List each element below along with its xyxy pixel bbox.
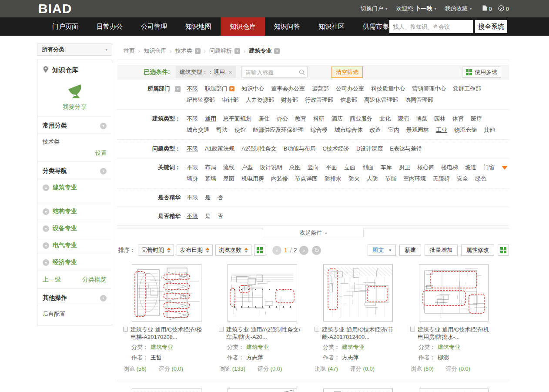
chevron-down-icon[interactable]: ▾ <box>195 48 201 54</box>
other-actions-header[interactable]: 其他操作 ▾ <box>37 288 112 306</box>
nav-tab-6[interactable]: 知识社区 <box>309 17 354 36</box>
chevron-down-icon[interactable]: ▾ <box>175 86 181 92</box>
filter-option[interactable]: 办公 <box>277 114 288 123</box>
all-categories-dropdown[interactable]: 所有分类 ▾ <box>37 44 112 56</box>
filter-option[interactable]: 是 <box>205 212 211 221</box>
filter-option[interactable]: 室内 <box>388 126 399 134</box>
result-thumbnail[interactable] <box>323 389 393 392</box>
filter-option[interactable]: 党群工作部 <box>453 84 481 93</box>
filter-option[interactable]: 文化 <box>379 114 391 123</box>
filter-option[interactable]: 商业服务 <box>350 114 372 123</box>
result-thumbnail[interactable] <box>132 389 201 392</box>
prev-page-button[interactable]: ‹ <box>272 246 281 255</box>
grid-view-button[interactable] <box>254 245 265 256</box>
category-nav-header[interactable]: 分类导航 ▾ <box>37 161 112 179</box>
settings-link[interactable]: 设置 <box>37 147 112 161</box>
breadcrumb-item-3[interactable]: 问题解析 <box>209 47 232 55</box>
filter-option[interactable]: 厨卫 <box>399 163 410 172</box>
filter-option[interactable]: 不限 <box>187 114 198 123</box>
card-title[interactable]: 建筑专业-通用/C技术经济/楼电梯-A20170208... <box>131 326 207 341</box>
filter-option[interactable]: 节能 <box>385 174 396 183</box>
action-button-1[interactable]: 批量增加 <box>425 245 458 256</box>
filter-option[interactable]: 剖面 <box>362 163 374 172</box>
filter-option[interactable]: 综合楼 <box>311 126 328 134</box>
filter-option[interactable]: 竖向 <box>308 163 319 172</box>
sort-option-1[interactable]: 发布日期 <box>177 245 213 256</box>
filter-option[interactable]: 离退休管理部 <box>364 96 398 104</box>
sidebar-item-backend-config[interactable]: 后台配置 <box>37 306 112 323</box>
filter-option[interactable]: 居住 <box>258 114 270 123</box>
filter-option[interactable]: 立面 <box>344 163 355 172</box>
breadcrumb-item-4[interactable]: 建筑专业 <box>249 47 271 55</box>
nav-tab-5[interactable]: 知识问答 <box>265 17 309 36</box>
nav-tab-1[interactable]: 日常办公 <box>87 17 132 36</box>
chevron-down-icon[interactable]: ▾ <box>234 48 240 54</box>
filter-option[interactable]: A2强制性条文 <box>241 144 277 153</box>
filter-option[interactable]: 无障碍 <box>433 174 450 183</box>
filter-option[interactable]: C技术经济 <box>322 144 349 153</box>
card-category[interactable]: 建筑专业 <box>342 344 365 350</box>
nav-tab-3[interactable]: 知识地图 <box>176 17 221 36</box>
filter-option[interactable]: 内装修 <box>271 174 288 183</box>
sort-option-2[interactable]: 浏览次数 <box>215 245 251 256</box>
filter-option[interactable]: 屋面 <box>223 174 234 183</box>
more-options-icon[interactable] <box>502 166 508 170</box>
topmenu-switch-portal[interactable]: 切换门户▾ <box>361 5 388 13</box>
filter-option[interactable]: 安全 <box>457 174 468 183</box>
action-button-2[interactable]: 属性修改 <box>461 245 494 256</box>
filter-option[interactable]: 董事会办公室 <box>271 84 305 93</box>
result-thumbnail[interactable] <box>132 264 201 322</box>
common-categories-header[interactable]: 常用分类 ▾ <box>37 116 112 134</box>
filter-option[interactable]: 教育 <box>295 114 306 123</box>
nav-tab-4[interactable]: 知识仓库 <box>221 17 265 36</box>
refresh-button[interactable]: ↻ <box>312 246 321 255</box>
filter-option[interactable]: 防火 <box>348 174 360 183</box>
nav-tab-2[interactable]: 公司管理 <box>132 17 176 36</box>
nav-tab-0[interactable]: 门户页面 <box>43 17 87 36</box>
card-category[interactable]: 建筑专业 <box>438 344 460 350</box>
filter-option[interactable]: 公司办公室 <box>336 84 364 93</box>
card-title[interactable]: 建筑专业-通用/A2强制性条文/车库/防火-A20... <box>226 326 303 341</box>
filter-option[interactable]: 门窗 <box>483 163 495 172</box>
filter-option[interactable]: 人防 <box>367 174 378 183</box>
filter-option[interactable]: 园林 <box>434 114 445 123</box>
filter-option[interactable]: 财务部 <box>281 96 298 104</box>
filter-option[interactable]: 室内环境 <box>403 174 426 183</box>
topmenu-favorites[interactable]: 我的收藏▾ <box>445 5 472 13</box>
up-level-link[interactable]: 上一级 <box>43 276 61 284</box>
filter-option[interactable]: 物流仓储 <box>454 126 477 134</box>
chevron-down-icon[interactable]: ▾ <box>274 48 280 54</box>
card-checkbox[interactable] <box>219 327 224 332</box>
title-search-input[interactable] <box>241 67 308 78</box>
filter-option[interactable]: 否 <box>218 193 223 202</box>
filter-option[interactable]: 人力资源部 <box>246 96 274 104</box>
filter-option[interactable]: 机电用房 <box>241 174 264 183</box>
filter-option[interactable]: 职能部门 <box>205 84 234 93</box>
filter-option[interactable]: 不限 <box>187 84 198 93</box>
sort-option-0[interactable]: 完善时间 <box>138 245 174 256</box>
filter-option[interactable]: 行政管理部 <box>305 96 333 104</box>
filter-option[interactable]: D设计深度 <box>356 144 383 153</box>
result-thumbnail[interactable] <box>419 264 489 322</box>
edit-counter[interactable]: 0 <box>498 5 509 13</box>
filter-option[interactable]: 司法 <box>216 126 228 134</box>
filter-option[interactable]: 审计部 <box>222 96 239 104</box>
filter-option[interactable]: 布局 <box>205 163 216 172</box>
filter-option[interactable]: 博览 <box>416 114 427 123</box>
filter-option[interactable]: 能源供应及环保处理 <box>253 126 304 134</box>
result-thumbnail[interactable] <box>228 389 297 392</box>
filter-option[interactable]: 使馆 <box>234 126 246 134</box>
card-category[interactable]: 建筑专业 <box>246 344 269 350</box>
multi-select-button[interactable]: 使用多选 <box>462 67 501 78</box>
sidebar-category-0[interactable]: ▴建筑专业 <box>37 179 112 203</box>
breadcrumb-item-1[interactable]: 知识仓库 <box>144 47 166 55</box>
breadcrumb-item-0[interactable]: 首页 <box>124 47 135 55</box>
result-thumbnail[interactable] <box>228 264 297 322</box>
result-thumbnail[interactable] <box>323 264 393 322</box>
filter-option[interactable]: 总平面规划 <box>223 114 251 123</box>
filter-option[interactable]: 户型 <box>241 163 253 172</box>
card-checkbox[interactable] <box>315 327 319 332</box>
filter-option[interactable]: 不限 <box>187 193 198 202</box>
filter-option[interactable]: 总图 <box>289 163 301 172</box>
filter-option[interactable]: 不限 <box>187 163 198 172</box>
